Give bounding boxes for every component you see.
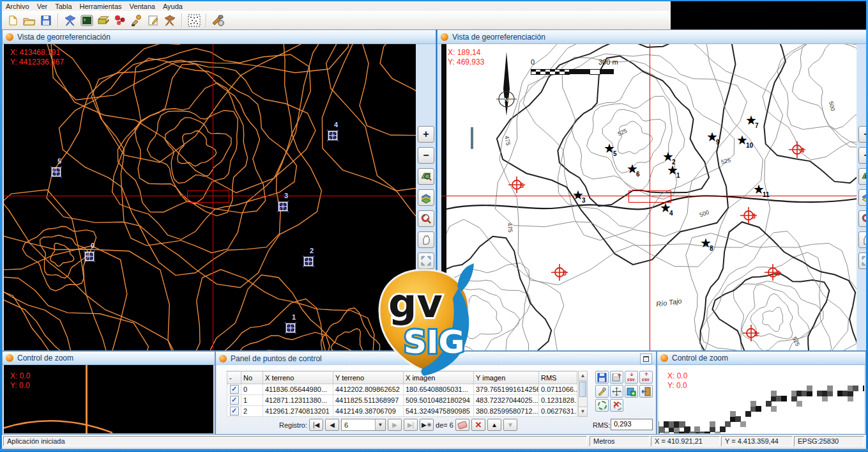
star-point-marker[interactable]: ★11 [753, 183, 765, 195]
left-window-titlebar[interactable]: Vista de georreferenciación [3, 30, 436, 44]
tools-button[interactable] [595, 385, 609, 398]
control-point-marker[interactable]: 3 [277, 200, 289, 213]
georef-control-point[interactable]: 0 [551, 263, 568, 284]
georef-control-point[interactable]: 3 [740, 207, 758, 227]
rms-label: RMS: [593, 421, 611, 429]
new-record-button[interactable]: ▶✳ [420, 419, 434, 431]
control-point-marker[interactable]: 0 [83, 250, 96, 263]
status-message: Aplicación iniciada [3, 436, 587, 446]
star-point-marker[interactable]: ★6 [627, 163, 638, 175]
georef-point-label: 4 [800, 146, 804, 154]
left-map-canvas[interactable]: X: 413468.791 Y: 4412336.367 5 4 3 0 [4, 44, 416, 350]
last-record-button[interactable]: ▶| [404, 419, 418, 431]
raster-selection-icon[interactable] [187, 13, 201, 27]
open-project-icon[interactable] [22, 13, 36, 27]
add-layer-icon[interactable] [130, 13, 144, 27]
georef-control-point[interactable]: 4 [788, 141, 806, 161]
star-point-marker[interactable]: ★5 [604, 143, 615, 154]
star-point-marker[interactable]: ★7 [745, 114, 757, 126]
georef-control-point[interactable]: 5 [508, 176, 526, 196]
star-point-marker[interactable]: ★3 [572, 189, 584, 201]
star-point-marker[interactable]: ★4 [660, 202, 671, 214]
menu-archivo[interactable]: Archivo [2, 3, 33, 10]
zoom-left-titlebar[interactable]: Control de zoom [3, 352, 215, 365]
move-down-button[interactable]: ▼ [503, 419, 517, 431]
zoom-previous-button[interactable] [418, 210, 434, 227]
toolbox-icon[interactable] [211, 13, 225, 27]
options-button[interactable] [595, 399, 609, 412]
rms-field[interactable]: 0,293 [611, 419, 653, 430]
menu-tabla[interactable]: Tabla [51, 3, 75, 10]
table-row[interactable]: ✓ 1 412871.12311380... 4411825.511368997… [227, 395, 577, 406]
delete-record-button[interactable]: ✕ [471, 419, 485, 431]
svg-text:csv: csv [627, 377, 635, 382]
previous-record-button[interactable]: ◀ [325, 419, 339, 431]
row-checkbox[interactable]: ✓ [230, 407, 239, 416]
georeferencing-tools-icon[interactable] [163, 13, 177, 27]
column-header[interactable]: No [241, 371, 263, 384]
export-points-button[interactable] [610, 371, 623, 384]
zoom-in-button[interactable]: + [418, 126, 434, 143]
zoom-out-button[interactable]: − [418, 147, 434, 164]
table-row[interactable]: ✓ 2 412961.2740813201 4412149.38706709 5… [227, 406, 577, 417]
scroll-up-icon[interactable]: ▲ [579, 371, 587, 381]
restore-window-button[interactable] [640, 354, 652, 364]
column-header[interactable]: X terreno [263, 371, 333, 384]
table-scrollbar[interactable]: ▲ ▼ [578, 371, 588, 417]
new-document-icon[interactable] [6, 13, 20, 27]
erase-record-button[interactable] [455, 419, 469, 431]
right-window-titlebar[interactable]: Vista de georreferenciación [438, 30, 867, 44]
star-point-marker[interactable]: ★10 [736, 134, 748, 146]
table-manager-icon[interactable] [96, 13, 110, 27]
scroll-thumb[interactable] [579, 382, 586, 397]
save-points-button[interactable] [595, 371, 609, 384]
layers-zoom-button[interactable] [418, 189, 434, 206]
edit-annotation-icon[interactable] [146, 13, 160, 27]
first-record-button[interactable]: |◀ [309, 419, 323, 431]
row-checkbox[interactable]: ✓ [230, 396, 239, 405]
console-icon[interactable] [80, 13, 94, 27]
star-point-marker[interactable]: ★2 [662, 151, 674, 162]
export-csv-button[interactable]: csv [639, 371, 653, 384]
zoom-left-canvas[interactable]: X: 0.0 Y: 0.0 [4, 365, 213, 433]
control-point-marker[interactable]: 4 [326, 129, 339, 142]
menu-bar: Archivo Ver Tabla Herramientas Ventana A… [2, 1, 671, 11]
save-icon[interactable] [39, 13, 53, 27]
import-csv-button[interactable]: csv [625, 371, 638, 384]
row-checkbox[interactable]: ✓ [230, 385, 239, 394]
zoom-right-canvas[interactable]: X: 0.0 Y: 0.0 [659, 365, 864, 433]
star-point-marker[interactable]: ★8 [700, 237, 712, 249]
menu-herramientas[interactable]: Herramientas [76, 3, 126, 10]
center-view-button[interactable] [610, 385, 623, 398]
menu-ventana[interactable]: Ventana [126, 3, 159, 10]
scroll-down-icon[interactable]: ▼ [579, 407, 587, 416]
control-point-marker[interactable]: 5 [50, 166, 63, 178]
menu-ayuda[interactable]: Ayuda [159, 3, 187, 10]
zoom-select-button[interactable] [418, 168, 434, 185]
table-row[interactable]: ✓ 0 411836.05644980... 4412202.809862652… [227, 384, 577, 395]
exit-panel-button[interactable] [639, 385, 653, 398]
toolbar-separator [57, 13, 59, 27]
column-header[interactable]: - [227, 371, 241, 384]
add-point-button[interactable] [625, 385, 638, 398]
column-header[interactable]: RMS [539, 371, 577, 384]
star-label: 10 [746, 140, 753, 152]
right-map-canvas[interactable]: X: 189,14 Y: 469,933 N 0 300 m [441, 44, 857, 350]
control-point-marker[interactable]: 2 [302, 255, 315, 268]
next-record-button[interactable]: ▶ [388, 419, 402, 431]
zoom-right-titlebar[interactable]: Control de zoom [657, 352, 865, 365]
move-up-button[interactable]: ▲ [487, 419, 501, 431]
star-point-marker[interactable]: ★9 [706, 131, 718, 143]
georef-control-point[interactable]: 1 [742, 324, 760, 345]
star-point-marker[interactable]: ★1 [667, 164, 678, 176]
remove-all-button[interactable]: ✕ [610, 399, 623, 412]
georef-point-label: 2 [776, 269, 780, 277]
control-point-marker[interactable]: 1 [284, 322, 297, 334]
menu-ver[interactable]: Ver [33, 3, 52, 10]
symbology-share-icon[interactable] [113, 13, 127, 27]
georef-control-point[interactable]: 2 [764, 263, 782, 284]
pan-button[interactable] [418, 231, 434, 248]
georeferencing-view-icon[interactable] [63, 13, 77, 27]
control-points-table[interactable]: -NoX terrenoY terrenoX imagenY imagenRMS… [227, 371, 577, 417]
record-select[interactable]: 6▼ [341, 419, 386, 431]
